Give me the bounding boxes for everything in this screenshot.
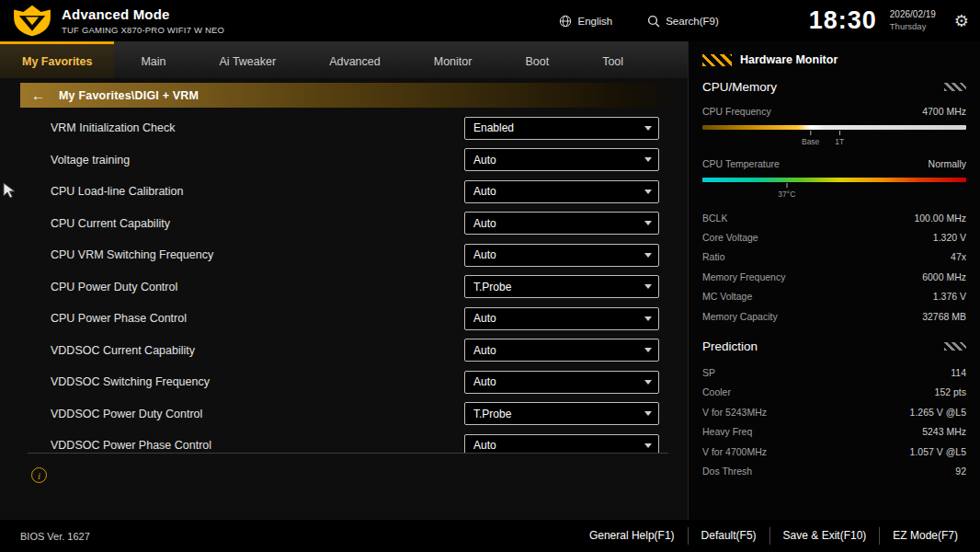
hardware-monitor-panel: Hardware Monitor CPU/Memory CPU Frequenc… <box>688 41 980 520</box>
stat-label: Memory Capacity <box>702 311 778 322</box>
monitor-stat-row: Ratio 47x <box>702 247 966 267</box>
stat-value: 152 pts <box>935 386 966 397</box>
setting-row: CPU Current Capability Auto <box>0 208 669 240</box>
setting-dropdown[interactable]: Auto <box>464 434 659 453</box>
hazard-stripes-icon <box>702 54 732 66</box>
stat-label: V for 5243MHz <box>702 407 767 418</box>
bottom-bar: BIOS Ver. 1627 General Help(F1)Default(F… <box>0 520 980 552</box>
setting-dropdown[interactable]: T.Probe <box>464 402 659 425</box>
tab-ai-tweaker[interactable]: Ai Tweaker <box>193 41 303 78</box>
chevron-down-icon <box>644 157 652 162</box>
setting-row: VDDSOC Power Phase Control Auto <box>0 430 669 453</box>
list-divider <box>28 453 668 454</box>
search-button[interactable]: Search(F9) <box>647 15 719 28</box>
date-block: 2026/02/19 Thursday <box>890 8 936 32</box>
stat-value: 114 <box>951 367 966 378</box>
tab-label: My Favorites <box>22 55 92 68</box>
setting-dropdown[interactable]: Auto <box>464 244 659 267</box>
setting-value: Auto <box>473 312 496 325</box>
monitor-stat-row: Core Voltage 1.320 V <box>702 227 966 247</box>
setting-dropdown[interactable]: Auto <box>464 339 659 362</box>
stat-value: 1.057 V @L5 <box>910 446 966 457</box>
tab-monitor[interactable]: Monitor <box>407 41 499 78</box>
top-bar: Advanced Mode TUF GAMING X870-PRO WIFI7 … <box>0 0 980 41</box>
setting-row: VDDSOC Switching Frequency Auto <box>0 366 669 398</box>
temp-marker-label: 37°C <box>778 190 795 199</box>
stat-label: MC Voltage <box>702 291 752 302</box>
chevron-down-icon <box>644 443 652 448</box>
setting-label: CPU Load-line Calibration <box>51 185 464 198</box>
tab-label: Advanced <box>329 55 381 68</box>
setting-label: VDDSOC Current Capability <box>51 344 464 357</box>
monitor-stat-row: Dos Thresh 92 <box>702 461 966 480</box>
brand: Advanced Mode TUF GAMING X870-PRO WIFI7 … <box>0 5 224 37</box>
monitor-stat-row: Memory Frequency 6000 MHz <box>702 267 966 286</box>
motherboard-name: TUF GAMING X870-PRO WIFI7 W NEO <box>62 25 224 35</box>
chevron-down-icon <box>644 126 652 131</box>
setting-dropdown[interactable]: Auto <box>464 148 659 171</box>
stat-label: V for 4700MHz <box>702 446 767 457</box>
setting-label: CPU Power Phase Control <box>51 312 464 325</box>
clock: 18:30 <box>809 6 877 35</box>
setting-value: Auto <box>473 185 496 198</box>
search-icon <box>647 15 660 28</box>
setting-value: Auto <box>473 344 496 357</box>
tab-main[interactable]: Main <box>114 41 192 78</box>
footer-action[interactable]: Default(F5) <box>688 527 769 544</box>
tab-bar: My Favorites Main Ai Tweaker Advanced Mo… <box>0 41 688 78</box>
tab-boot[interactable]: Boot <box>498 41 575 78</box>
language-selector[interactable]: English <box>559 15 612 28</box>
setting-row: Voltage training Auto <box>0 144 669 177</box>
gear-icon[interactable]: ⚙ <box>954 11 969 31</box>
title-block: Advanced Mode TUF GAMING X870-PRO WIFI7 … <box>62 6 224 35</box>
temp-marker: 37°C <box>778 183 795 199</box>
setting-dropdown[interactable]: Auto <box>464 180 659 203</box>
tuf-logo-icon <box>13 5 51 37</box>
chevron-down-icon <box>644 380 652 385</box>
info-icon: i <box>31 467 47 483</box>
monitor-stat-row: BCLK 100.00 MHz <box>702 208 966 227</box>
setting-dropdown[interactable]: T.Probe <box>464 275 659 298</box>
stat-value: 1.320 V <box>933 232 966 243</box>
stat-label: SP <box>702 367 715 378</box>
prediction-stats: SP 114 Cooler 152 pts V for 5243MHz 1.26… <box>702 362 966 480</box>
cpu-frequency-row: CPU Frequency 4700 MHz <box>702 106 966 117</box>
setting-label: VDDSOC Power Duty Control <box>51 408 464 420</box>
tab-advanced[interactable]: Advanced <box>302 41 407 78</box>
chevron-down-icon <box>644 253 652 258</box>
tab-my-favorites[interactable]: My Favorites <box>0 41 114 78</box>
chevron-down-icon <box>644 316 652 321</box>
stat-label: Memory Frequency <box>702 271 785 282</box>
setting-label: Voltage training <box>51 154 464 167</box>
setting-label: VRM Initialization Check <box>51 121 464 134</box>
setting-label: CPU VRM Switching Frequency <box>51 248 464 261</box>
chevron-down-icon <box>644 411 652 416</box>
monitor-stat-row: Heavy Freq 5243 MHz <box>702 422 966 442</box>
setting-label: CPU Power Duty Control <box>51 281 464 293</box>
tab-tool[interactable]: Tool <box>575 41 650 78</box>
weekday: Thursday <box>890 21 936 33</box>
hardware-monitor-header: Hardware Monitor <box>702 53 966 66</box>
tab-label: Tool <box>602 55 623 68</box>
setting-dropdown[interactable]: Auto <box>464 212 659 235</box>
setting-dropdown[interactable]: Auto <box>464 371 659 394</box>
footer-action[interactable]: Save & Exit(F10) <box>769 527 880 544</box>
setting-row: CPU VRM Switching Frequency Auto <box>0 239 669 271</box>
footer-actions: General Help(F1)Default(F5)Save & Exit(F… <box>576 527 971 544</box>
setting-dropdown[interactable]: Auto <box>464 307 659 330</box>
marker-label: 1T <box>835 137 844 146</box>
main-content: ← My Favorites\DIGI + VRM VRM Initializa… <box>0 78 688 520</box>
stat-label: Dos Thresh <box>702 466 752 477</box>
back-arrow-icon[interactable]: ← <box>31 88 45 102</box>
footer-action[interactable]: General Help(F1) <box>576 527 688 544</box>
setting-dropdown[interactable]: Enabled <box>464 117 659 140</box>
language-label: English <box>577 16 612 27</box>
tick-icon <box>810 131 811 135</box>
cpu-temperature-value: Normally <box>929 158 966 169</box>
setting-value: Auto <box>473 154 496 167</box>
stat-value: 5243 MHz <box>922 426 966 437</box>
footer-action[interactable]: EZ Mode(F7) <box>879 527 971 544</box>
setting-row: VRM Initialization Check Enabled <box>0 112 669 144</box>
bios-screen: Advanced Mode TUF GAMING X870-PRO WIFI7 … <box>0 0 980 552</box>
cpu-memory-title: CPU/Memory <box>702 80 777 94</box>
